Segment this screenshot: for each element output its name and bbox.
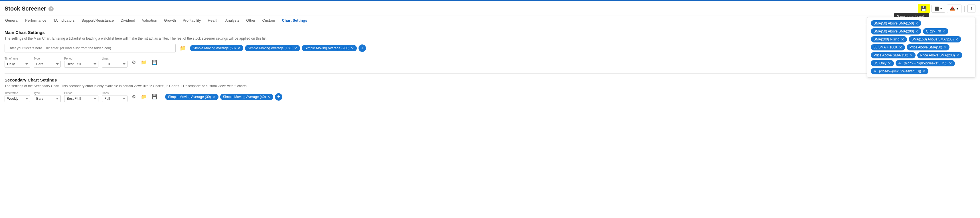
save-button[interactable]: 💾 Save current config	[918, 4, 930, 13]
load-button[interactable]: ⬛ ▼	[932, 5, 945, 13]
filter-chip-crs70-remove[interactable]: ✕	[942, 30, 945, 33]
tab-health[interactable]: Health	[207, 16, 219, 25]
chip-sma50-label: Simple Moving Average (50)	[193, 46, 236, 50]
tab-growth[interactable]: Growth	[164, 16, 177, 25]
filter-row-1: SMA(50) Above SMA(150) ✕ SMA(50) Above S…	[871, 20, 972, 35]
secondary-type-select[interactable]: Bars Candlestick Line	[33, 95, 61, 102]
filter-chip-price-above-sma200-remove[interactable]: ✕	[956, 54, 959, 57]
secondary-lines-label: Lines	[102, 92, 127, 95]
filter-chip-sma200-rising-remove[interactable]: ✕	[901, 38, 904, 41]
chip-sma30-remove[interactable]: ✕	[213, 95, 216, 99]
save-icon: 💾	[921, 6, 927, 11]
filter-chips-panel: SMA(50) Above SMA(150) ✕ SMA(50) Above S…	[867, 17, 975, 77]
filter-chip-high52: ✏ (high>=(high52Weeks*0.75)) ✕	[896, 60, 955, 66]
filter-chip-sma50-above-sma150-label: SMA(50) Above SMA(150)	[873, 21, 914, 25]
filter-chip-close52-label: (close>=(low52Weeks*1.3))	[879, 69, 921, 73]
filter-row-3: 50 SMA > 100K ✕ Price Above SMA(50) ✕	[871, 44, 972, 51]
filter-chip-price-above-sma150-remove[interactable]: ✕	[910, 54, 913, 57]
chip-sma50-remove[interactable]: ✕	[237, 46, 240, 50]
filter-chip-us-only-remove[interactable]: ✕	[888, 62, 891, 65]
settings-gear-button[interactable]: ⚙	[131, 59, 137, 66]
header-right: 💾 Save current config ⬛ ▼ 📤 ▼ ⤴	[918, 4, 975, 13]
filter-chip-high52-remove[interactable]: ✕	[949, 62, 952, 65]
main-chart-add-indicator-button[interactable]: +	[358, 44, 366, 52]
nav-tabs: General Performance TA Indicators Suppor…	[0, 16, 980, 25]
chip-sma150-remove[interactable]: ✕	[294, 46, 297, 50]
filter-chip-sma50-above-sma200-remove[interactable]: ✕	[915, 30, 918, 33]
filter-chip-sma200-rising: SMA(200) Rising ✕	[871, 36, 907, 43]
lines-group: Lines Full None Minimal	[102, 57, 127, 68]
chip-sma150: Simple Moving Average (150) ✕	[245, 45, 300, 51]
ticker-input[interactable]	[5, 44, 176, 52]
filter-chip-sma200-rising-label: SMA(200) Rising	[873, 37, 900, 41]
period-select[interactable]: Best Fit II Best Fit Custom	[64, 61, 99, 68]
tab-other[interactable]: Other	[245, 16, 256, 25]
secondary-period-select[interactable]: Best Fit II Best Fit Custom	[64, 95, 99, 102]
chip-sma50: Simple Moving Average (50) ✕	[190, 45, 243, 51]
filter-chip-close52-remove[interactable]: ✕	[923, 70, 926, 73]
type-group: Type Bars Candlestick Line	[33, 57, 61, 68]
secondary-timeframe-select[interactable]: Daily Weekly Monthly	[5, 95, 30, 102]
filter-chip-high52-label: (high>=(high52Weeks*0.75))	[904, 61, 948, 65]
chip-sma150-label: Simple Moving Average (150)	[248, 46, 293, 50]
tab-performance[interactable]: Performance	[24, 16, 47, 25]
filter-chip-sma150-above-sma200-label: SMA(150) Above SMA(200)	[912, 37, 954, 41]
tab-profitability[interactable]: Profitability	[182, 16, 202, 25]
secondary-period-label: Period	[64, 92, 99, 95]
filter-chip-sma50-above-sma200: SMA(50) Above SMA(200) ✕	[871, 28, 921, 35]
lines-select[interactable]: Full None Minimal	[102, 61, 127, 68]
chip-sma40: Simple Moving Average (40) ✕	[220, 94, 274, 100]
filter-chip-sma150-above-sma200-remove[interactable]: ✕	[955, 38, 958, 41]
filter-chip-price-above-sma200: Price Above SMA(200) ✕	[917, 52, 962, 58]
settings-folder-button[interactable]: 📁	[140, 59, 148, 66]
section-divider	[5, 73, 975, 74]
tab-custom[interactable]: Custom	[262, 16, 276, 25]
secondary-lines-select[interactable]: Full None Minimal	[102, 95, 127, 102]
secondary-settings-gear-button[interactable]: ⚙	[131, 93, 137, 100]
ticker-folder-button[interactable]: 📁	[178, 44, 187, 52]
chip-sma200-remove[interactable]: ✕	[351, 46, 354, 50]
type-label: Type	[33, 57, 61, 60]
secondary-chart-add-indicator-button[interactable]: +	[275, 93, 282, 101]
chip-sma30: Simple Moving Average (30) ✕	[165, 94, 218, 100]
chip-sma40-remove[interactable]: ✕	[267, 95, 270, 99]
filter-chip-price-above-sma150: Price Above SMA(150) ✕	[871, 52, 916, 58]
timeframe-select[interactable]: Daily Weekly Monthly	[5, 61, 30, 68]
tab-support-resistance[interactable]: Support/Resistance	[81, 16, 115, 25]
main-content: Main Chart Settings The settings of the …	[0, 25, 980, 107]
share-button[interactable]: ⤴	[967, 5, 975, 13]
settings-save-button[interactable]: 💾	[151, 59, 158, 66]
tab-valuation[interactable]: Valuation	[142, 16, 158, 25]
lines-label: Lines	[102, 57, 127, 60]
tab-chart-settings[interactable]: Chart Settings	[281, 16, 308, 25]
secondary-timeframe-label: Timeframe	[5, 92, 30, 95]
type-select[interactable]: Bars Candlestick Line	[33, 61, 61, 68]
filter-row-6: ✏ (close>=(low52Weeks*1.3)) ✕	[871, 68, 972, 74]
period-group: Period Best Fit II Best Fit Custom	[64, 57, 99, 68]
filter-chip-sma50-above-sma150-remove[interactable]: ✕	[915, 22, 918, 25]
filter-chip-close52: ✏ (close>=(low52Weeks*1.3)) ✕	[871, 68, 928, 74]
filter-chip-high52-edit-icon[interactable]: ✏	[899, 61, 901, 65]
secondary-settings-folder-button[interactable]: 📁	[140, 93, 148, 100]
export-dropdown-icon: ▼	[956, 8, 959, 10]
help-icon[interactable]: ?	[48, 6, 54, 11]
filter-chip-50sma-100k: 50 SMA > 100K ✕	[871, 44, 905, 51]
export-button[interactable]: 📤 ▼	[947, 5, 961, 13]
chip-sma200: Simple Moving Average (200) ✕	[302, 45, 357, 51]
timeframe-label: Timeframe	[5, 57, 30, 60]
filter-chip-50sma-100k-remove[interactable]: ✕	[899, 46, 902, 49]
secondary-settings-save-button[interactable]: 💾	[151, 93, 158, 100]
filter-chip-us-only-label: US Only	[873, 61, 886, 65]
main-chart-desc: The settings of the Main Chart. Entering…	[5, 36, 975, 41]
tab-dividend[interactable]: Dividend	[120, 16, 136, 25]
filter-chip-price-above-sma50-remove[interactable]: ✕	[943, 46, 947, 49]
tab-general[interactable]: General	[5, 16, 19, 25]
tab-ta-indicators[interactable]: TA Indicators	[53, 16, 75, 25]
secondary-chart-desc: The settings of the Secondary Chart. Thi…	[5, 84, 975, 88]
secondary-chart-settings-row: Timeframe Daily Weekly Monthly Type Bars…	[5, 92, 975, 102]
secondary-chart-section: Secondary Chart Settings The settings of…	[5, 77, 975, 102]
filter-chip-close52-edit-icon[interactable]: ✏	[873, 69, 877, 73]
tab-analysts[interactable]: Analysts	[225, 16, 240, 25]
main-chart-settings-row: Timeframe Daily Weekly Monthly Type Bars…	[5, 57, 975, 68]
filter-chip-crs70: CRS>=70 ✕	[923, 28, 948, 35]
